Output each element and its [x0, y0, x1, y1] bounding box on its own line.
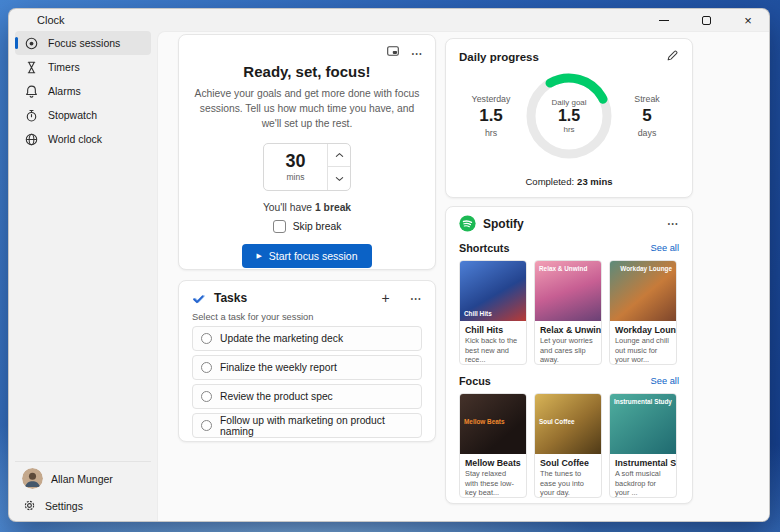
settings-item[interactable]: Settings — [15, 492, 151, 519]
more-options-icon[interactable]: ••• — [668, 220, 679, 227]
playlist-art: Chill Hits — [460, 261, 526, 321]
see-all-link[interactable]: See all — [651, 243, 679, 253]
todo-check-icon — [192, 291, 207, 306]
playlist-title: Mellow Beats — [460, 454, 526, 469]
playlist-title: Relax & Unwind — [535, 321, 601, 336]
window-title: Clock — [37, 14, 65, 26]
playlist-description: Kick back to the best new and rece... — [460, 336, 526, 364]
more-options-icon[interactable]: ••• — [411, 295, 422, 302]
selected-indicator — [15, 37, 18, 49]
spotify-card: Spotify ••• Shortcuts See all Chill Hits… — [445, 206, 693, 504]
daily-goal-ring: Daily goal 1.5 hrs — [523, 70, 615, 162]
skip-break-label: Skip break — [293, 221, 342, 232]
break-note-count: 1 break — [315, 202, 351, 213]
caption-buttons: × — [643, 9, 769, 31]
duration-stepper: 30 mins — [263, 143, 351, 191]
close-button[interactable]: × — [727, 9, 769, 31]
clock-app-window: Clock × Focus sessions Timers Alarms — [8, 8, 770, 522]
playlist-description: The tunes to ease you into your day. — [535, 469, 601, 497]
skip-break-checkbox[interactable] — [273, 220, 286, 233]
break-note-prefix: You'll have — [263, 202, 312, 213]
completed-label: Completed: — [526, 176, 575, 187]
settings-label: Settings — [45, 500, 83, 512]
task-row[interactable]: Finalize the weekly report — [192, 355, 422, 380]
maximize-button[interactable] — [685, 9, 727, 31]
task-row[interactable]: Update the marketing deck — [192, 326, 422, 351]
break-note: You'll have1 break — [263, 202, 351, 213]
sidebar-item-label: Alarms — [48, 85, 81, 97]
spotify-playlist-card[interactable]: Relax & Unwind Relax & Unwind Let your w… — [534, 260, 602, 365]
sidebar-item-label: Timers — [48, 61, 80, 73]
daily-goal-unit: hrs — [563, 125, 574, 134]
stopwatch-icon — [24, 108, 39, 123]
skip-break-row[interactable]: Skip break — [273, 220, 342, 233]
sidebar-item-label: World clock — [48, 133, 102, 145]
popout-icon[interactable] — [386, 44, 400, 62]
duration-display: 30 mins — [264, 144, 327, 190]
sidebar-item-label: Focus sessions — [48, 37, 120, 49]
focus-tiles: Mellow Beats Mellow Beats Stay relaxed w… — [459, 393, 679, 498]
alarms-icon — [24, 84, 39, 99]
focus-card-description: Achieve your goals and get more done wit… — [194, 87, 420, 132]
yesterday-stat: Yesterday 1.5 hrs — [465, 94, 517, 138]
task-radio[interactable] — [201, 333, 212, 344]
playlist-title: Chill Hits — [460, 321, 526, 336]
playlist-title: Workday Lounge — [610, 321, 676, 336]
task-label: Update the marketing deck — [220, 333, 343, 344]
see-all-link[interactable]: See all — [651, 376, 679, 386]
task-radio[interactable] — [201, 391, 212, 402]
completed-value: 23 mins — [577, 176, 612, 187]
daily-goal-label: Daily goal — [551, 98, 586, 107]
task-row[interactable]: Review the product spec — [192, 384, 422, 409]
yesterday-label: Yesterday — [465, 94, 517, 104]
close-icon: × — [744, 14, 752, 27]
focus-sessions-icon — [24, 36, 39, 51]
playlist-art-label: Mellow Beats — [464, 418, 505, 425]
task-label: Review the product spec — [220, 391, 333, 402]
task-row[interactable]: Follow up with marketing on product nami… — [192, 413, 422, 438]
playlist-art-label: Chill Hits — [464, 310, 492, 317]
playlist-art: Soul Coffee — [535, 394, 601, 454]
spotify-playlist-card[interactable]: Chill Hits Chill Hits Kick back to the b… — [459, 260, 527, 365]
duration-value: 30 — [285, 152, 305, 170]
streak-unit: days — [621, 128, 673, 138]
playlist-title: Instrumental Study — [610, 454, 676, 469]
user-account-item[interactable]: Allan Munger — [15, 465, 151, 492]
spotify-playlist-card[interactable]: Workday Lounge Workday Lounge Lounge and… — [609, 260, 677, 365]
spotify-playlist-card[interactable]: Instrumental Study Instrumental Study A … — [609, 393, 677, 498]
sidebar-item-stopwatch[interactable]: Stopwatch — [15, 103, 151, 127]
user-avatar — [22, 468, 43, 489]
section-title-shortcuts: Shortcuts — [459, 242, 651, 254]
main-content: ••• Ready, set, focus! Achieve your goal… — [157, 31, 769, 521]
shortcuts-tiles: Chill Hits Chill Hits Kick back to the b… — [459, 260, 679, 365]
start-focus-session-button[interactable]: ▶ Start focus session — [242, 244, 371, 268]
sidebar-item-world-clock[interactable]: World clock — [15, 127, 151, 151]
edit-goal-pencil-icon[interactable] — [666, 48, 679, 66]
minimize-button[interactable] — [643, 9, 685, 31]
section-title-focus: Focus — [459, 375, 651, 387]
play-icon: ▶ — [256, 252, 261, 259]
add-task-icon[interactable]: + — [381, 290, 389, 306]
gear-icon — [22, 498, 37, 513]
sidebar-item-timers[interactable]: Timers — [15, 55, 151, 79]
playlist-art: Relax & Unwind — [535, 261, 601, 321]
playlist-art-label: Soul Coffee — [539, 418, 575, 425]
sidebar-item-focus-sessions[interactable]: Focus sessions — [15, 31, 151, 55]
world-clock-icon — [24, 132, 39, 147]
maximize-icon — [702, 16, 711, 25]
spotify-playlist-card[interactable]: Mellow Beats Mellow Beats Stay relaxed w… — [459, 393, 527, 498]
spotify-playlist-card[interactable]: Soul Coffee Soul Coffee The tunes to eas… — [534, 393, 602, 498]
playlist-art-label: Workday Lounge — [620, 265, 672, 272]
more-options-icon[interactable]: ••• — [412, 50, 423, 57]
sidebar-item-alarms[interactable]: Alarms — [15, 79, 151, 103]
task-label: Follow up with marketing on product nami… — [220, 415, 421, 437]
titlebar: Clock × — [9, 9, 769, 31]
duration-decrease-button[interactable] — [328, 167, 350, 190]
playlist-description: Stay relaxed with these low-key beat... — [460, 469, 526, 497]
task-radio[interactable] — [201, 362, 212, 373]
spotify-logo-icon — [459, 215, 476, 232]
duration-increase-button[interactable] — [328, 144, 350, 168]
yesterday-value: 1.5 — [465, 106, 517, 126]
playlist-description: A soft musical backdrop for your ... — [610, 469, 676, 497]
task-radio[interactable] — [201, 420, 212, 431]
